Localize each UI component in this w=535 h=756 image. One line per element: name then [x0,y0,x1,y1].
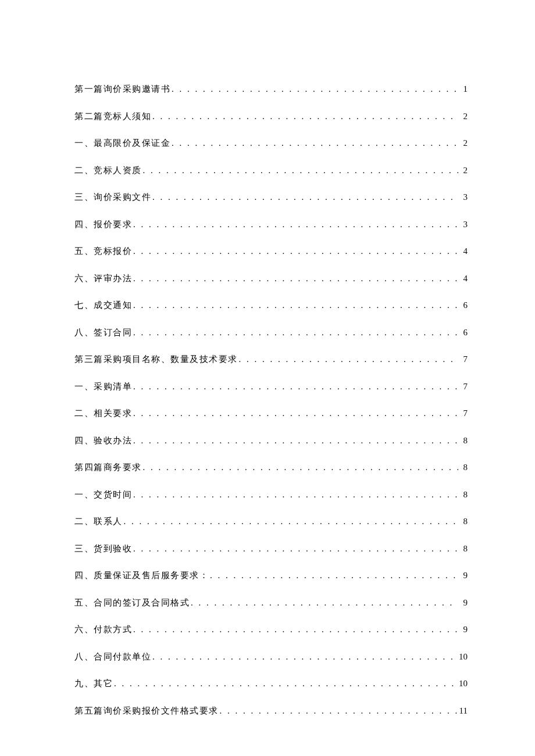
toc-dot-leader [238,355,459,364]
toc-dot-leader [132,625,458,634]
toc-entry: 七、成交通知 6 [74,301,468,310]
toc-dot-leader [142,166,459,175]
toc-entry-label: 四、验收办法 [74,436,132,445]
toc-entry-label: 第三篇采购项目名称、数量及技术要求 [74,355,238,364]
toc-entry-label: 八、合同付款单位 [74,653,151,661]
toc-entry-page: 3 [458,193,468,202]
toc-entry: 四、报价要求 3 [74,220,468,229]
toc-entry-page: 9 [458,599,468,607]
toc-entry-page: 8 [458,436,468,445]
toc-entry-page: 8 [458,463,468,472]
toc-entry: 第二篇竞标人须知 2 [74,112,468,121]
toc-entry: 五、合同的签订及合同格式 9 [74,599,468,607]
toc-dot-leader [132,247,458,256]
toc-entry: 五、竞标报价 4 [74,247,468,256]
toc-dot-leader [123,517,459,526]
toc-entry: 八、签订合同 6 [74,328,468,337]
toc-entry-page: 11 [458,707,468,715]
toc-entry-page: 3 [458,220,468,229]
toc-entry-page: 6 [458,301,468,310]
toc-dot-leader [132,274,458,283]
toc-entry: 三、询价采购文件 3 [74,193,468,202]
toc-entry: 四、验收办法 8 [74,436,468,445]
toc-entry-label: 六、付款方式 [74,625,132,634]
toc-entry: 二、联系人 8 [74,517,468,526]
toc-dot-leader [113,679,458,688]
toc-entry: 第四篇商务要求 8 [74,463,468,472]
toc-entry-page: 10 [458,653,468,661]
toc-dot-leader [151,193,458,202]
toc-entry-label: 二、竞标人资质 [74,166,142,175]
toc-dot-leader [170,139,458,148]
toc-dot-leader [132,382,458,391]
toc-entry-label: 一、交货时间 [74,490,132,499]
toc-dot-leader [132,544,458,553]
toc-dot-leader [132,220,458,229]
toc-entry-page: 6 [458,328,468,337]
toc-dot-leader [190,599,458,607]
toc-entry-label: 一、最高限价及保证金 [74,139,170,148]
toc-entry: 二、相关要求 7 [74,409,468,418]
toc-entry: 一、采购清单 7 [74,382,468,391]
toc-entry-page: 4 [458,247,468,256]
toc-entry-page: 7 [458,355,468,364]
toc-dot-leader [132,301,458,310]
toc-entry-page: 8 [458,517,468,526]
toc-entry-label: 八、签订合同 [74,328,132,337]
toc-entry-page: 4 [458,274,468,283]
toc-entry-page: 1 [458,85,468,94]
toc-entry-label: 第一篇询价采购邀请书 [74,85,170,94]
toc-entry: 八、合同付款单位 10 [74,653,468,661]
toc-dot-leader [151,653,458,661]
toc-entry-label: 一、采购清单 [74,382,132,391]
toc-entry-label: 三、货到验收 [74,544,132,553]
toc-entry: 三、货到验收 8 [74,544,468,553]
toc-entry: 第三篇采购项目名称、数量及技术要求 7 [74,355,468,364]
toc-entry-label: 六、评审办法 [74,274,132,283]
toc-entry-page: 8 [458,544,468,553]
table-of-contents: 第一篇询价采购邀请书 1 第二篇竞标人须知 2 一、最高限价及保证金 2 二、竞… [74,85,468,715]
toc-entry-page: 2 [458,112,468,121]
toc-dot-leader [219,707,458,715]
toc-dot-leader [151,112,458,121]
toc-entry-label: 二、联系人 [74,517,123,526]
toc-entry-label: 九、其它 [74,679,113,688]
toc-dot-leader [132,436,458,445]
toc-dot-leader [142,463,459,472]
toc-entry: 第五篇询价采购报价文件格式要求 11 [74,707,468,715]
toc-dot-leader [209,571,458,580]
toc-entry: 九、其它 10 [74,679,468,688]
toc-entry-label: 四、报价要求 [74,220,132,229]
toc-dot-leader [132,409,458,418]
toc-entry-page: 9 [458,625,468,634]
toc-entry-label: 四、质量保证及售后服务要求： [74,571,209,580]
toc-entry-label: 第四篇商务要求 [74,463,142,472]
toc-entry-label: 五、合同的签订及合同格式 [74,599,190,607]
toc-entry-page: 10 [458,679,468,688]
toc-entry-label: 七、成交通知 [74,301,132,310]
toc-entry-page: 9 [458,571,468,580]
toc-dot-leader [132,490,458,499]
toc-dot-leader [170,85,458,94]
toc-dot-leader [132,328,458,337]
toc-entry: 二、竞标人资质 2 [74,166,468,175]
toc-entry-page: 7 [458,382,468,391]
toc-entry: 第一篇询价采购邀请书 1 [74,85,468,94]
toc-entry-label: 第二篇竞标人须知 [74,112,151,121]
document-page: 第一篇询价采购邀请书 1 第二篇竞标人须知 2 一、最高限价及保证金 2 二、竞… [0,0,535,756]
toc-entry-page: 8 [458,490,468,499]
toc-entry-page: 7 [458,409,468,418]
toc-entry-label: 五、竞标报价 [74,247,132,256]
toc-entry: 六、评审办法 4 [74,274,468,283]
toc-entry-label: 二、相关要求 [74,409,132,418]
toc-entry: 一、最高限价及保证金 2 [74,139,468,148]
toc-entry: 一、交货时间 8 [74,490,468,499]
toc-entry-label: 三、询价采购文件 [74,193,151,202]
toc-entry-label: 第五篇询价采购报价文件格式要求 [74,707,219,715]
toc-entry: 六、付款方式 9 [74,625,468,634]
toc-entry-page: 2 [458,166,468,175]
toc-entry-page: 2 [458,139,468,148]
toc-entry: 四、质量保证及售后服务要求： 9 [74,571,468,580]
